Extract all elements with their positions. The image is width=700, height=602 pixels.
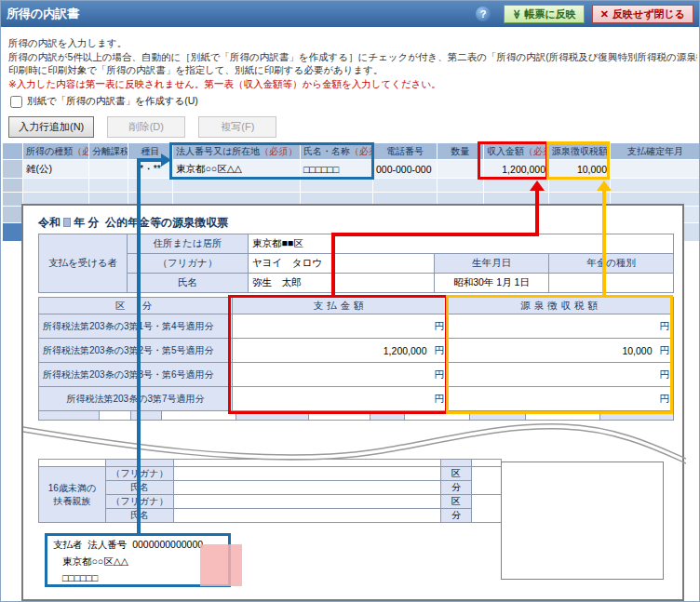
yellow-highlight-tax-column-box <box>446 295 673 414</box>
name-label: 氏名 <box>128 274 249 293</box>
close-button-label: 反映せず閉じる <box>612 7 685 21</box>
pension-type-value <box>549 274 674 293</box>
row-selector[interactable] <box>3 160 23 179</box>
birth-label: 生年月日 <box>435 254 549 274</box>
blue-arrowhead-icon <box>161 154 171 167</box>
delete-row-button[interactable]: 削除(D) <box>107 116 185 138</box>
pension-type-label: 年金の種別 <box>549 254 674 274</box>
furigana-label: （フリガナ） <box>128 254 249 274</box>
address-value: 東京都■■区 <box>249 234 674 254</box>
preview-title: 令和年 分 公的年金等の源泉徴収票 <box>38 215 228 231</box>
page-break-wave <box>23 418 686 475</box>
close-x-icon: ✕ <box>600 8 609 20</box>
dialog-title: 所得の内訳書 <box>7 6 476 22</box>
dep-bun: 分 <box>441 509 472 523</box>
grid-empty-row <box>3 179 700 193</box>
dep-bun: 分 <box>441 481 472 495</box>
add-row-button[interactable]: 入力行追加(N) <box>8 116 94 138</box>
pink-highlight <box>200 544 242 586</box>
apply-button-label: 帳票に反映 <box>524 7 575 21</box>
col-income-type: 所得の種類（必須） <box>23 143 89 160</box>
cell-income-type[interactable]: 雑(公) <box>23 160 89 179</box>
dep-name-value <box>174 481 441 495</box>
apply-to-form-button[interactable]: ≫ 帳票に反映 <box>504 5 585 23</box>
cell-quantity[interactable] <box>438 160 484 179</box>
birth-value: 昭和30年 1月 1日 <box>435 274 549 293</box>
blue-highlight-grid-box <box>169 142 374 180</box>
payer-label: 支払者 <box>53 539 83 550</box>
corp-number-value: 0000000000000 <box>132 539 203 550</box>
instruction-warning: ※入力した内容は第一表に反映されません。第一表（収入金額等）から金額を入力してく… <box>8 77 697 91</box>
copy-row-button[interactable]: 複写(F) <box>198 116 276 138</box>
red-connector <box>331 233 539 236</box>
grid-toolbar: 入力行追加(N) 削除(D) 複写(F) <box>8 116 276 138</box>
payee-group-label: 支払を受ける者 <box>39 234 128 293</box>
row-selector[interactable] <box>3 207 23 223</box>
blue-connector <box>139 158 163 162</box>
separate-sheet-checkbox[interactable] <box>10 96 22 108</box>
row-selector[interactable] <box>3 193 23 207</box>
help-icon[interactable]: ? <box>476 7 491 21</box>
cell-separate-tax[interactable] <box>89 160 128 179</box>
preview-blank-box <box>501 462 664 580</box>
col-phone: 電話番号 <box>373 143 438 160</box>
address-label: 住所または居所 <box>128 234 249 254</box>
furigana-value: ヤヨイ タロウ <box>249 254 435 274</box>
row-selector-active[interactable] <box>3 223 23 242</box>
red-highlight-income-box <box>478 141 548 180</box>
separate-sheet-checkbox-label: 別紙で「所得の内訳書」を作成する(U) <box>27 95 198 108</box>
instruction-line-3: 印刷時に印刷対象で「所得の内訳書」を指定して、別紙に印刷する必要があります。 <box>8 63 697 77</box>
instructions: 所得の内訳を入力します。 所得の内訳が5件以上の場合、自動的に［別紙で「所得の内… <box>8 36 697 90</box>
instruction-line-2: 所得の内訳が5件以上の場合、自動的に［別紙で「所得の内訳書」を作成する］にチェッ… <box>8 50 697 64</box>
corp-number-label: 法人番号 <box>88 539 127 550</box>
blue-connector <box>137 158 141 533</box>
close-without-apply-button[interactable]: ✕ 反映せず閉じる <box>592 5 693 23</box>
red-connector <box>535 189 539 236</box>
row-selector-header <box>3 143 23 160</box>
kubun-header: 区 分 <box>39 298 233 314</box>
year-input-box <box>63 218 71 227</box>
col-quantity: 数量 <box>438 143 484 160</box>
dep-furigana-value <box>174 495 441 509</box>
payee-table: 支払を受ける者 住所または居所 東京都■■区 （フリガナ） ヤヨイ タロウ 生年… <box>38 234 674 293</box>
cell-phone[interactable]: 000-000-000 <box>373 160 438 179</box>
red-connector <box>331 233 335 297</box>
cell-pay-month[interactable] <box>611 160 700 179</box>
income-breakdown-dialog: 所得の内訳書 ? ≫ 帳票に反映 ✕ 反映せず閉じる 所得の内訳を入力します。 … <box>0 0 700 602</box>
yellow-highlight-withholding-box <box>546 141 610 180</box>
col-separate-tax: 分離課税 <box>89 143 128 160</box>
dep-ku: 区 <box>441 495 472 509</box>
row-selector[interactable] <box>3 179 23 193</box>
red-highlight-paid-column-box <box>228 295 448 414</box>
col-pay-month: 支払確定年月 <box>611 143 700 160</box>
instruction-line-1: 所得の内訳を入力します。 <box>8 36 697 50</box>
yellow-arrowhead-icon <box>597 181 612 191</box>
dep-name-value <box>174 509 441 523</box>
double-chevron-down-icon: ≫ <box>512 9 522 19</box>
separate-sheet-checkbox-row: 別紙で「所得の内訳書」を作成する(U) <box>10 95 198 108</box>
title-bar: 所得の内訳書 ? ≫ 帳票に反映 ✕ 反映せず閉じる <box>1 1 699 27</box>
red-arrowhead-icon <box>530 181 545 191</box>
name-value: 弥生 太郎 <box>249 274 435 293</box>
yellow-connector <box>602 189 606 297</box>
